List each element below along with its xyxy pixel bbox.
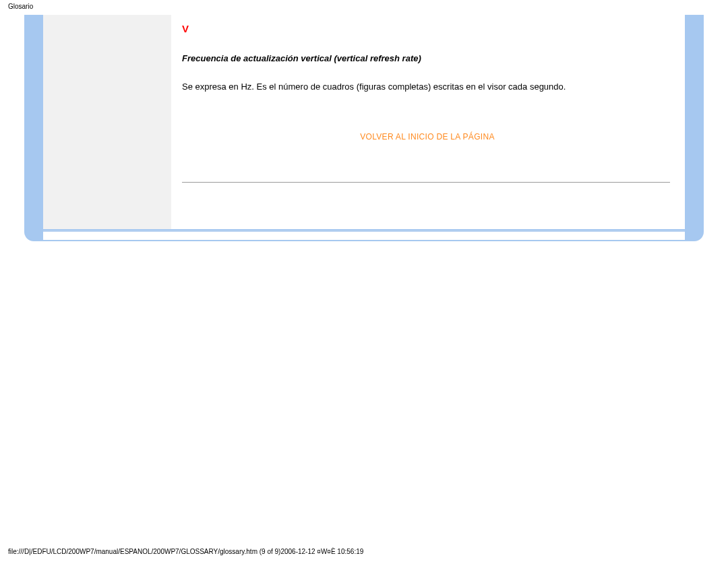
page-header-title: Glosario: [8, 3, 33, 10]
glossary-content: V Frecuencia de actualización vertical (…: [182, 15, 673, 183]
footer-file-path: file:///D|/EDFU/LCD/200WP7/manual/ESPANO…: [8, 548, 363, 555]
page-root: Glosario V Frecuencia de actualización v…: [0, 0, 728, 562]
left-gutter: [43, 15, 171, 229]
back-to-top-link[interactable]: VOLVER AL INICIO DE LA PÁGINA: [182, 132, 673, 142]
section-letter: V: [182, 23, 673, 34]
bottom-strip: [43, 230, 685, 240]
content-frame: V Frecuencia de actualización vertical (…: [24, 15, 704, 241]
content-stage: V Frecuencia de actualización vertical (…: [43, 15, 685, 229]
divider: [182, 182, 670, 183]
term-heading: Frecuencia de actualización vertical (ve…: [182, 53, 673, 63]
term-body: Se expresa en Hz. Es el número de cuadro…: [182, 81, 673, 93]
